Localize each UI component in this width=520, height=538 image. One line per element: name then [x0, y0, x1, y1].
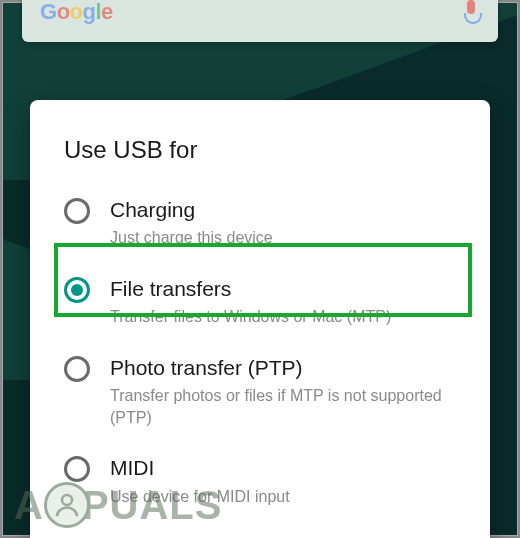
svg-point-0 — [62, 495, 72, 505]
radio-icon-selected — [64, 277, 90, 303]
radio-icon — [64, 198, 90, 224]
google-search-widget[interactable]: Google — [22, 0, 498, 42]
radio-icon — [64, 356, 90, 382]
watermark-avatar-icon — [44, 482, 90, 528]
watermark: A PUALS — [14, 482, 222, 528]
option-desc: Just charge this device — [110, 227, 456, 249]
option-photo-transfer[interactable]: Photo transfer (PTP) Transfer photos or … — [64, 342, 456, 442]
usb-options-dialog: Use USB for Charging Just charge this de… — [30, 100, 490, 538]
watermark-text-right: PUALS — [82, 485, 223, 525]
option-desc: Transfer files to Windows or Mac (MTP) — [110, 306, 456, 328]
option-charging[interactable]: Charging Just charge this device — [64, 184, 456, 263]
option-desc: Transfer photos or files if MTP is not s… — [110, 385, 456, 428]
radio-icon — [64, 456, 90, 482]
option-label: File transfers — [110, 275, 456, 302]
option-label: MIDI — [110, 454, 456, 481]
microphone-icon[interactable] — [462, 0, 480, 24]
option-file-transfers[interactable]: File transfers Transfer files to Windows… — [64, 263, 456, 342]
option-label: Charging — [110, 196, 456, 223]
google-logo: Google — [40, 0, 113, 25]
watermark-text-left: A — [14, 485, 44, 525]
dialog-title: Use USB for — [64, 136, 456, 164]
option-label: Photo transfer (PTP) — [110, 354, 456, 381]
